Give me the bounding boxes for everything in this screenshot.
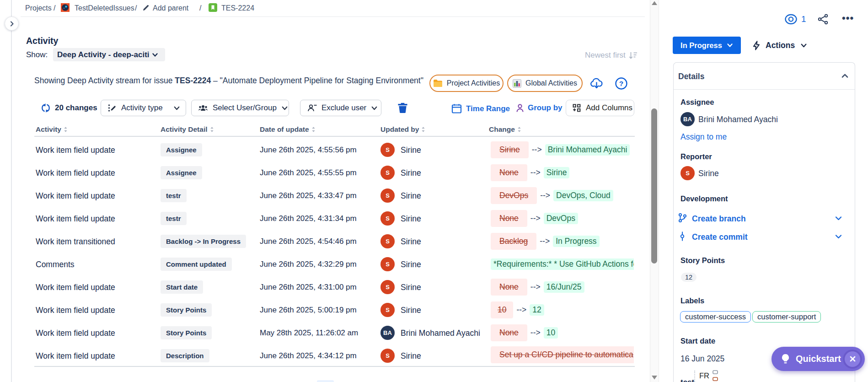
svg-text:?: ? bbox=[619, 80, 623, 87]
